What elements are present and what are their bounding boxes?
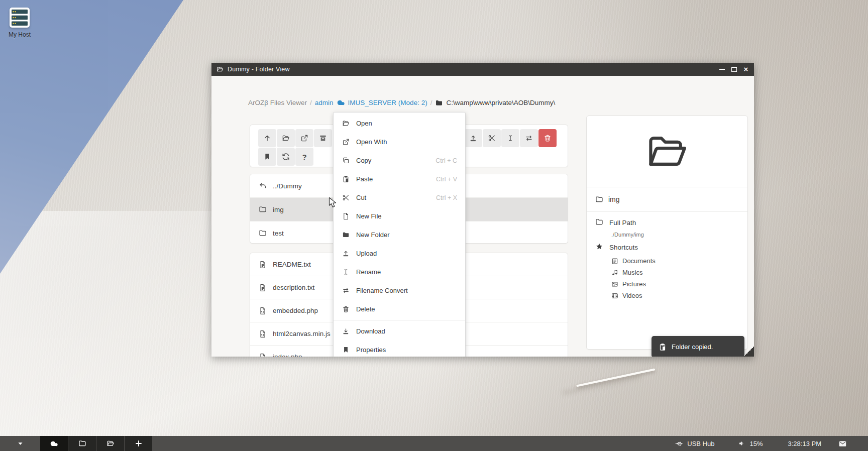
usb-tray-item[interactable]: USB Hub — [675, 439, 714, 448]
menu-item-label: Cut — [356, 194, 366, 201]
help-button[interactable]: ? — [295, 148, 313, 166]
rename-button[interactable] — [501, 129, 519, 147]
menu-item-shortcut: Ctrl + V — [436, 176, 457, 183]
close-button[interactable]: × — [743, 66, 749, 72]
refresh-button[interactable] — [277, 148, 295, 166]
menu-item-copy[interactable]: CopyCtrl + C — [334, 151, 465, 170]
volume-tray-item[interactable]: 15% — [738, 440, 763, 447]
menu-item-new-folder[interactable]: New Folder — [334, 225, 465, 244]
shortcut-videos[interactable]: Videos — [611, 290, 747, 301]
menu-item-paste[interactable]: PasteCtrl + V — [334, 170, 465, 188]
open-with-button[interactable] — [295, 129, 313, 147]
clock: 3:28:13 PM — [788, 440, 822, 447]
properties-button[interactable] — [258, 148, 276, 166]
shortcut-label: Musics — [622, 269, 642, 276]
speaker-icon — [738, 440, 745, 447]
breadcrumb-user-link[interactable]: admin — [315, 99, 334, 106]
menu-item-shortcut: Ctrl + X — [436, 194, 457, 201]
cloud-icon — [337, 98, 345, 107]
folder-filled-icon — [342, 231, 350, 239]
menu-item-label: Filename Convert — [356, 287, 408, 294]
trash-icon — [544, 134, 552, 142]
trash-icon — [342, 305, 350, 313]
scissors-icon — [342, 194, 350, 201]
cut-button[interactable] — [483, 129, 501, 147]
menu-item-open[interactable]: Open — [334, 114, 465, 133]
open-button[interactable] — [277, 129, 295, 147]
chevron-down-icon[interactable] — [0, 440, 40, 447]
external-link-icon — [342, 138, 350, 146]
menu-item-label: Properties — [356, 346, 386, 354]
taskbar-button-folder-open-app[interactable] — [96, 436, 124, 451]
shortcut-musics[interactable]: Musics — [611, 267, 747, 278]
maximize-button[interactable] — [731, 66, 737, 72]
folder-open-icon — [106, 439, 115, 447]
arrow-up-icon — [263, 134, 271, 142]
menu-item-new-file[interactable]: New File — [334, 207, 465, 225]
window-titlebar[interactable]: Dummy - Folder View × — [211, 63, 754, 76]
desktop-icon-label: My Host — [5, 31, 34, 38]
menu-item-label: Upload — [356, 250, 377, 257]
cloud-icon — [50, 439, 58, 448]
file-row-label: description.txt — [273, 284, 314, 291]
menu-item-download[interactable]: Download — [334, 322, 465, 341]
refresh-icon — [282, 153, 290, 161]
details-section: Full Path ./Dummy/img Shortcuts Document… — [587, 212, 747, 301]
selected-item-label: img — [608, 195, 620, 203]
menu-item-label: Delete — [356, 305, 375, 313]
breadcrumb-server-link[interactable]: IMUS_SERVER (Mode: 2) — [348, 99, 427, 106]
delete-button[interactable] — [538, 129, 557, 147]
go-up-button[interactable] — [258, 129, 276, 147]
scissors-icon — [488, 134, 496, 142]
file-row-label: index.php — [273, 353, 302, 357]
full-path-row: Full Path — [595, 218, 747, 228]
taskbar-button-add-app[interactable] — [125, 436, 152, 451]
preview-area — [587, 116, 747, 187]
desktop: My Host Dummy - Folder View × ArOZβ File… — [0, 0, 868, 451]
breadcrumb-separator: / — [310, 99, 312, 106]
copy-icon — [342, 157, 350, 164]
selected-item-name: img — [587, 187, 747, 212]
breadcrumb: ArOZβ Files Viewer / admin IMUS_SERVER (… — [248, 98, 555, 107]
paste-icon — [342, 175, 350, 183]
menu-item-properties[interactable]: Properties — [334, 341, 465, 357]
menu-item-label: Rename — [356, 268, 381, 276]
folder-view-window: Dummy - Folder View × ArOZβ Files Viewer… — [211, 63, 754, 357]
folder-row-label: ../Dummy — [273, 182, 302, 190]
menu-item-label: Open With — [356, 138, 387, 146]
archive-button[interactable] — [314, 129, 332, 147]
folder-icon — [595, 218, 603, 228]
resize-handle[interactable] — [744, 347, 754, 357]
shortcut-label: Videos — [622, 292, 642, 299]
shortcut-documents[interactable]: Documents — [611, 255, 747, 267]
star-icon — [595, 243, 603, 252]
window-content: ArOZβ Files Viewer / admin IMUS_SERVER (… — [211, 76, 754, 357]
taskbar-button-cloud-app[interactable] — [40, 436, 68, 451]
menu-item-label: Paste — [356, 175, 373, 183]
shortcut-pictures[interactable]: Pictures — [611, 278, 747, 290]
plus-icon — [135, 439, 143, 447]
folder-row-label: test — [273, 230, 284, 237]
desktop-icon-my-host[interactable]: My Host — [5, 7, 34, 38]
menu-item-upload[interactable]: Upload — [334, 244, 465, 263]
server-icon — [9, 7, 31, 30]
upload-button[interactable] — [464, 129, 482, 147]
toast-notification: Folder copied. — [652, 336, 744, 357]
folder-icon — [595, 195, 603, 203]
bookmark-icon — [342, 346, 350, 354]
filename-convert-button[interactable] — [520, 129, 538, 147]
menu-item-rename[interactable]: Rename — [334, 263, 465, 281]
swap-arrows-icon — [342, 287, 350, 294]
menu-item-delete[interactable]: Delete — [334, 300, 465, 318]
menu-item-filename-convert[interactable]: Filename Convert — [334, 281, 465, 300]
minimize-button[interactable] — [719, 66, 725, 72]
clock-label: 3:28:13 PM — [788, 440, 822, 447]
taskbar-button-folder-app[interactable] — [68, 436, 96, 451]
folder-icon — [435, 99, 443, 107]
folder-open-icon — [282, 134, 290, 142]
folder-icon — [259, 205, 267, 213]
file-code-icon — [259, 307, 267, 315]
menu-item-cut[interactable]: CutCtrl + X — [334, 188, 465, 207]
mail-tray-item[interactable] — [838, 439, 847, 448]
menu-item-open-with[interactable]: Open With — [334, 133, 465, 151]
